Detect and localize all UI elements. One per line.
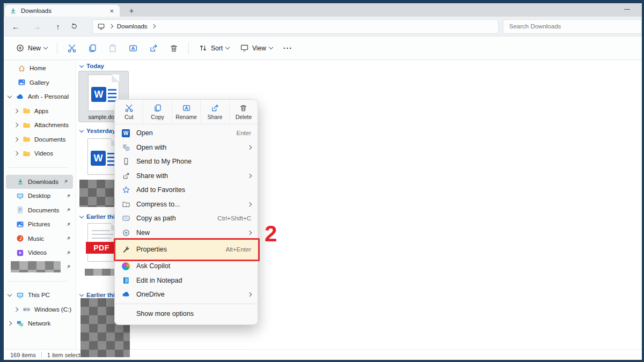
sidebar-item-music[interactable]: Music [4,232,76,246]
sidebar-item-label: Music [28,235,62,242]
pin-icon [65,264,71,270]
sidebar-item-this-pc[interactable]: This PC [4,288,76,302]
network-icon [16,320,24,328]
menu-item-ask-copilot[interactable]: Ask Copilot [115,259,258,274]
menu-item-add-to-favorites[interactable]: Add to Favorites [115,183,258,197]
open-with-icon [121,143,130,152]
screenshot-root: { "window": { "minimize_glyph": "—" }, "… [0,0,644,362]
sidebar-item-network[interactable]: Network [4,316,76,331]
sidebar-item-attachments[interactable]: Attachments [4,118,76,132]
submenu-chevron-icon [247,292,252,297]
sidebar-item-label: Desktop [28,193,62,199]
home-icon [18,64,26,72]
path-icon [121,214,130,223]
sidebar-item-label: Apps [34,108,76,114]
new-button[interactable]: New [11,40,52,56]
minimize-button[interactable]: — [624,5,630,12]
group-header-today[interactable]: Today [80,63,104,69]
item-count: 169 items [10,352,36,358]
shortcut-label: Alt+Enter [225,246,251,253]
sidebar-item-pictures[interactable]: Pictures [4,217,76,232]
redacted-thumbnail [11,261,61,272]
navigation-bar: ← → ↑ Downloads [4,17,642,36]
share-menu-button[interactable]: Share [201,100,229,124]
up-button[interactable]: ↑ [50,22,65,31]
delete-menu-button[interactable]: Delete [230,100,258,124]
menu-item-open-with[interactable]: Open with [115,141,258,155]
rename-menu-button[interactable]: Rename [172,100,201,124]
menu-item-show-more-options[interactable]: Show more options [115,306,258,322]
delete-button[interactable] [165,40,183,56]
sidebar-item-label: Windows (C:) [34,306,76,313]
this-pc-icon [16,291,24,299]
see-more-button[interactable]: ··· [279,40,297,56]
rename-button[interactable] [124,40,142,56]
breadcrumb[interactable]: Downloads [117,23,148,29]
new-tab-button[interactable]: + [129,6,134,15]
tab-downloads[interactable]: Downloads × [5,5,120,17]
view-button[interactable]: View [236,40,277,56]
music-icon [16,234,24,242]
copilot-icon [121,262,130,271]
search-input[interactable] [508,23,636,30]
menu-item-send-to-phone[interactable]: Send to My Phone [115,154,258,169]
chevron-down-icon [79,128,84,132]
menu-item-compress-to[interactable]: Compress to... [115,197,258,212]
command-toolbar: New Sort View [4,36,642,60]
context-menu-quick-actions: Cut Copy Rename Share Delete [115,100,258,124]
submenu-chevron-icon [247,231,252,235]
group-header-yesterday[interactable]: Yesterday [80,128,115,134]
sidebar-item-documents[interactable]: Documents [4,203,76,218]
sidebar-item-desktop[interactable]: Desktop [4,189,76,203]
menu-item-copy-as-path[interactable]: Copy as path Ctrl+Shift+C [115,211,258,226]
copy-button[interactable] [83,40,101,56]
search-box[interactable] [503,19,642,34]
tab-title: Downloads [21,8,104,14]
group-label: Yesterday [86,128,115,134]
sidebar: Home Gallery Anh - Personal [4,60,76,349]
address-bar[interactable]: Downloads [92,19,499,34]
breadcrumb-chevron-icon [151,24,155,28]
submenu-chevron-icon [247,145,252,150]
sidebar-item-downloads[interactable]: Downloads [6,175,73,189]
menu-item-onedrive[interactable]: OneDrive [115,287,258,302]
cut-menu-button[interactable]: Cut [115,100,143,124]
sidebar-item-label: Videos [28,249,62,256]
new-button-label: New [28,45,41,52]
breadcrumb-chevron-icon [108,24,113,28]
sidebar-item-videos[interactable]: Videos [4,246,76,260]
pin-icon [65,235,71,241]
sidebar-item-videos-onedrive[interactable]: Videos [4,146,76,161]
sidebar-item-label: Attachments [34,122,76,128]
menu-item-properties[interactable]: Properties Alt+Enter [115,240,258,259]
copy-menu-button[interactable]: Copy [143,100,172,124]
sidebar-item-home[interactable]: Home [4,61,76,76]
menu-item-share-with[interactable]: Share with [115,169,258,183]
tab-close-icon[interactable]: × [108,8,115,14]
sidebar-item-label: Documents [28,207,62,213]
menu-item-open[interactable]: W Open Enter [115,126,258,141]
share-button[interactable] [144,40,163,56]
menu-item-edit-in-notepad[interactable]: Edit in Notepad [115,274,258,288]
cut-button[interactable] [63,40,81,56]
share-icon [121,171,130,180]
folder-icon [23,150,31,158]
sidebar-item-label: Documents [34,136,76,143]
chevron-right-icon [13,109,18,113]
sidebar-item-documents-onedrive[interactable]: Documents [4,132,76,147]
refresh-button[interactable] [70,23,86,30]
paste-button[interactable] [104,40,122,56]
sidebar-item-onedrive[interactable]: Anh - Personal [4,90,76,104]
sidebar-item-windows-c[interactable]: Windows (C:) [4,302,76,317]
forward-button[interactable]: → [29,22,45,31]
download-icon [16,178,24,186]
menu-item-new[interactable]: New [115,226,258,240]
sort-button[interactable]: Sort [194,40,233,56]
back-button[interactable]: ← [8,22,24,31]
videos-icon [16,249,24,257]
quick-action-label: Copy [151,114,164,120]
sidebar-item-gallery[interactable]: Gallery [4,76,76,90]
folder-icon [23,121,31,129]
sidebar-item-apps[interactable]: Apps [4,104,76,119]
sidebar-item-redacted[interactable] [4,260,76,275]
